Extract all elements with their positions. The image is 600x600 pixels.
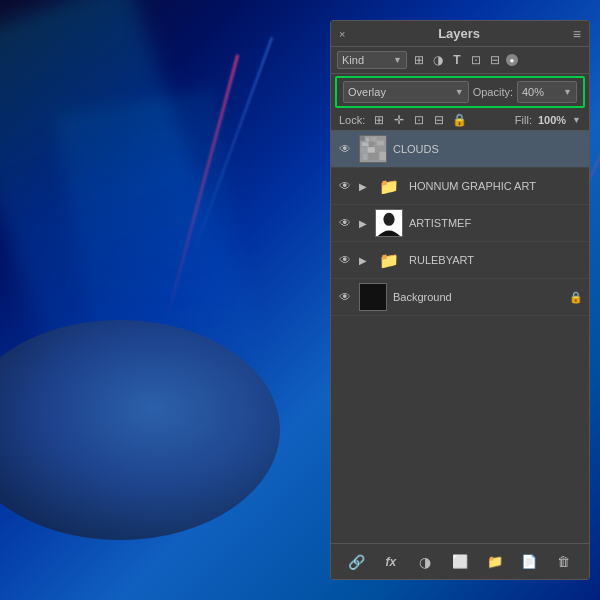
layers-list: 👁 CLOUDS [331,131,589,543]
panel-titlebar: × Layers ≡ [331,21,589,47]
fill-label: Fill: [515,114,532,126]
fill-chevron[interactable]: ▼ [572,115,581,125]
lock-move-icon[interactable]: ✛ [391,113,407,127]
svg-rect-4 [362,143,369,147]
svg-rect-8 [367,147,374,153]
kind-chevron: ▼ [393,55,402,65]
layer-item-background[interactable]: 👁 Background 🔒 [331,279,589,316]
layer-name-rulebyart: RULEBYART [409,254,583,266]
new-layer-icon[interactable]: 📄 [518,551,540,573]
layer-expand-honnum[interactable]: ▶ [359,181,369,192]
new-group-icon[interactable]: 📁 [484,551,506,573]
layer-name-clouds: CLOUDS [393,143,583,155]
layer-visibility-rulebyart[interactable]: 👁 [337,253,353,267]
color-icon[interactable]: ● [506,54,518,66]
folder-icon-honnum: 📁 [379,177,399,196]
svg-rect-6 [377,141,384,146]
layer-visibility-honnum[interactable]: 👁 [337,179,353,193]
opacity-chevron: ▼ [563,87,572,97]
artboard-icon[interactable]: ⊟ [487,52,503,68]
blend-chevron: ▼ [455,87,464,97]
toolbar-icons: ⊞ ◑ T ⊡ ⊟ ● [411,52,518,68]
layer-mask-icon[interactable]: ⬜ [449,551,471,573]
layer-item-honnum[interactable]: 👁 ▶ 📁 HONNUM GRAPHIC ART [331,168,589,205]
svg-rect-1 [360,136,365,141]
svg-rect-9 [376,146,384,153]
layer-expand-artistmef[interactable]: ▶ [359,218,369,229]
layer-expand-rulebyart[interactable]: ▶ [359,255,369,266]
svg-rect-12 [380,152,387,160]
opacity-dropdown[interactable]: 40% ▼ [517,81,577,103]
layer-item-clouds[interactable]: 👁 CLOUDS [331,131,589,168]
layer-name-artistmef: ARTISTMEF [409,217,583,229]
layer-thumb-background [359,283,387,311]
pixel-icon[interactable]: ⊞ [411,52,427,68]
folder-icon-rulebyart: 📁 [379,251,399,270]
lock-transform-icon[interactable]: ⊡ [411,113,427,127]
layer-visibility-clouds[interactable]: 👁 [337,142,353,156]
layer-thumb-rulebyart: 📁 [375,246,403,274]
new-fill-adjustment-icon[interactable]: ◑ [414,551,436,573]
lock-icons: ⊞ ✛ ⊡ ⊟ 🔒 [371,113,509,127]
layer-lock-background: 🔒 [569,291,583,304]
link-layers-icon[interactable]: 🔗 [345,551,367,573]
panel-menu-icon[interactable]: ≡ [573,26,581,42]
svg-rect-2 [366,138,370,142]
panel-close-icon[interactable]: × [339,28,345,40]
svg-point-14 [383,213,394,226]
kind-toolbar: Kind ▼ ⊞ ◑ T ⊡ ⊟ ● [331,47,589,74]
type-icon[interactable]: T [449,52,465,68]
layer-item-artistmef[interactable]: 👁 ▶ ARTISTMEF [331,205,589,242]
smart-object-icon[interactable]: ⊡ [468,52,484,68]
layers-panel: × Layers ≡ Kind ▼ ⊞ ◑ T ⊡ ⊟ ● Overlay ▼ … [330,20,590,580]
kind-dropdown[interactable]: Kind ▼ [337,51,407,69]
svg-rect-3 [371,137,377,142]
blend-opacity-row: Overlay ▼ Opacity: 40% ▼ [335,76,585,108]
lock-label: Lock: [339,114,365,126]
layer-name-honnum: HONNUM GRAPHIC ART [409,180,583,192]
layer-visibility-background[interactable]: 👁 [337,290,353,304]
svg-rect-7 [361,148,367,153]
svg-rect-10 [363,154,368,161]
lock-row: Lock: ⊞ ✛ ⊡ ⊟ 🔒 Fill: 100% ▼ [331,110,589,131]
blend-mode-dropdown[interactable]: Overlay ▼ [343,81,469,103]
layer-thumb-clouds [359,135,387,163]
svg-rect-5 [369,142,374,148]
layer-thumb-honnum: 📁 [375,172,403,200]
layer-visibility-artistmef[interactable]: 👁 [337,216,353,230]
fx-icon[interactable]: fx [380,551,402,573]
delete-layer-icon[interactable]: 🗑 [553,551,575,573]
opacity-label: Opacity: [473,86,513,98]
lock-all-icon[interactable]: 🔒 [451,113,467,127]
layer-thumb-artistmef [375,209,403,237]
panel-footer: 🔗 fx ◑ ⬜ 📁 📄 🗑 [331,543,589,579]
svg-rect-11 [368,153,378,160]
panel-title: Layers [438,26,480,41]
lock-artboard-icon[interactable]: ⊟ [431,113,447,127]
adjustment-icon[interactable]: ◑ [430,52,446,68]
lock-pixels-icon[interactable]: ⊞ [371,113,387,127]
layer-item-rulebyart[interactable]: 👁 ▶ 📁 RULEBYART [331,242,589,279]
fill-value: 100% [538,114,566,126]
layer-name-background: Background [393,291,563,303]
